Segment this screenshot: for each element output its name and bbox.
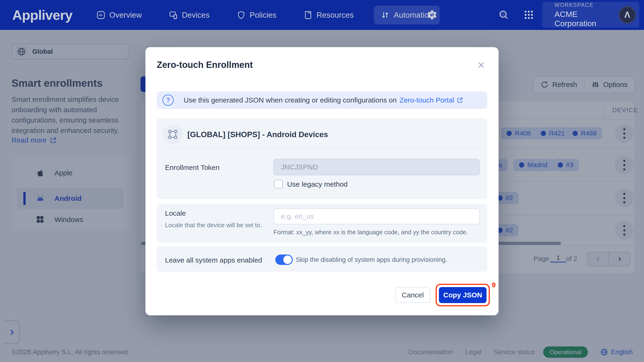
nav-item-label: Devices — [182, 10, 210, 20]
close-icon[interactable] — [476, 60, 487, 71]
locale-format-text: Format: xx_yy, where xx is the language … — [274, 228, 468, 236]
section-divider — [165, 148, 479, 148]
shield-icon — [236, 10, 246, 20]
locale-input[interactable] — [274, 208, 480, 224]
system-apps-section: Leave all system apps enabled Skip the d… — [157, 246, 487, 272]
configuration-name: [GLOBAL] [SHOPS] - Android Devices — [188, 130, 328, 139]
nav-item-devices[interactable]: Devices — [162, 6, 216, 24]
enrollment-section: [GLOBAL] [SHOPS] - Android Devices Enrol… — [157, 118, 487, 199]
token-label: Enrollment Token — [165, 164, 220, 172]
system-apps-toggle[interactable] — [275, 254, 293, 265]
zero-touch-enrollment-modal: Zero-touch Enrollment ? Use this generat… — [146, 47, 498, 315]
nav-item-label: Overview — [110, 10, 142, 20]
cancel-button[interactable]: Cancel — [395, 287, 430, 303]
system-apps-label: Leave all system apps enabled — [165, 256, 262, 264]
info-banner: ? Use this generated JSON when creating … — [157, 92, 487, 109]
nav-item-label: Resources — [316, 10, 354, 20]
workspace-label: WORKSPACE — [554, 2, 618, 8]
enrollment-token-input[interactable] — [274, 159, 480, 175]
locale-section: Locale Locale that the device will be se… — [157, 204, 487, 243]
locale-help-text: Locale that the device will be set to. — [165, 222, 262, 229]
annotation-highlight-box — [436, 284, 490, 306]
main-nav: Overview Devices Policies Resources Auto… — [90, 0, 440, 30]
vector-square-icon — [167, 129, 178, 140]
banner-text: Use this generated JSON when creating or… — [184, 96, 397, 104]
workspace-selector[interactable]: WORKSPACE ACME Corporation Λ — [542, 2, 639, 28]
settings-gear-icon[interactable] — [426, 9, 438, 21]
folder-icon — [304, 10, 313, 20]
nav-item-policies[interactable]: Policies — [230, 6, 283, 24]
nav-item-resources[interactable]: Resources — [297, 6, 360, 24]
nav-item-label: Policies — [250, 10, 276, 20]
legacy-method-label: Use legacy method — [287, 180, 348, 188]
apps-grid-icon[interactable] — [523, 9, 534, 21]
annotation-number: 9 — [492, 281, 496, 289]
top-navbar: Applivery Overview Devices Policies Reso… — [0, 0, 644, 30]
applivery-logo[interactable]: Applivery — [12, 7, 72, 23]
system-apps-help-text: Skip the disabling of system apps during… — [296, 256, 447, 264]
search-icon[interactable] — [498, 9, 510, 21]
workspace-avatar[interactable]: Λ — [618, 6, 636, 24]
external-link-icon — [456, 97, 463, 104]
locale-label: Locale — [165, 209, 186, 217]
help-circle-icon: ? — [162, 94, 174, 106]
overview-icon — [96, 10, 106, 20]
devices-icon — [169, 10, 178, 20]
nav-item-overview[interactable]: Overview — [90, 6, 148, 24]
legacy-method-checkbox[interactable] — [274, 180, 283, 188]
workspace-name: ACME Corporation — [554, 10, 618, 28]
automation-icon — [380, 10, 390, 20]
configuration-icon-circle — [163, 124, 183, 144]
modal-title: Zero-touch Enrollment — [157, 60, 253, 70]
zero-touch-portal-link[interactable]: Zero-touch Portal — [400, 96, 463, 104]
